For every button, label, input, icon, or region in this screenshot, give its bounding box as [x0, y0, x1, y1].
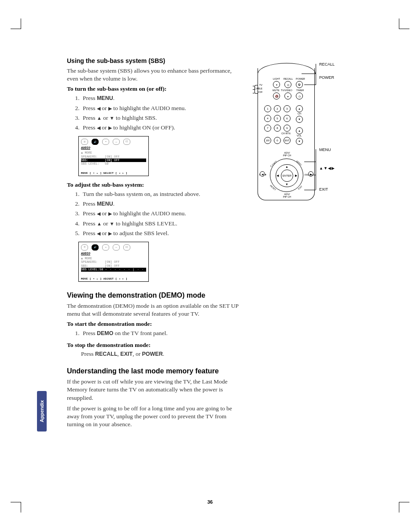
crop-mark: [399, 18, 409, 29]
lastmode-p1: If the power is cut off while you are vi…: [67, 378, 244, 402]
callout-power: POWER: [319, 75, 334, 80]
vol-up: ▲: [296, 127, 303, 134]
osd-tab-icon: ▭: [113, 139, 120, 145]
key-6: 6: [284, 115, 291, 122]
lastmode-p2: If the power is going to be off for a lo…: [67, 405, 244, 429]
heading-lastmode: Understanding the last mode memory featu…: [67, 367, 244, 375]
heading-demo: Viewing the demonstration (DEMO) mode: [67, 291, 244, 299]
osd-title: AUDIO: [81, 146, 146, 150]
label-reset: RESET: [269, 184, 277, 191]
sbs-intro: The sub-base system (SBS) allows you to …: [67, 67, 244, 83]
key-5: 5: [274, 115, 281, 122]
fav-prev: ◀: [260, 171, 265, 177]
vol-down: ▼: [296, 138, 303, 145]
osd-tab-icon: ☰: [81, 244, 88, 251]
osd-row: SPEAKERS:[ON] OFF: [81, 155, 146, 159]
osd-title: AUDIO: [81, 252, 146, 255]
osd-tab-icon: ☰: [81, 139, 88, 145]
ch-up: ▲: [296, 105, 303, 112]
osd-hint: MOVE [ ▾ ▴ ] SELECT [ ◂ ▸ ]: [81, 171, 146, 175]
procA-step2: Press ◀ or ▶ to highlight the AUDIO menu…: [81, 104, 244, 112]
key-0: 0: [274, 137, 281, 144]
osd-hint: MOVE [ ▾ ▴ ] ADJUST [ ◂ ▸ ]: [81, 277, 146, 280]
osd-row: SBS LEVEL:50: [81, 162, 146, 166]
light-button: ✦: [273, 81, 280, 88]
switch-vcr: VCR: [256, 91, 262, 94]
switch-cable: CABLE: [254, 88, 262, 90]
osd-more: ▲ MORE: [81, 257, 146, 260]
osd-box-1: ☰ 🔊 ⫟ ▭ CC AUDIO ▲ MORE SPEAKERS:[ON] OF…: [78, 136, 149, 176]
callout-menu: MENU: [319, 148, 331, 152]
osd-tab-audio-icon: 🔊: [92, 244, 99, 251]
demo-start-step1: Press DEMO on the TV front panel.: [81, 329, 244, 337]
label-light: LIGHT: [273, 78, 280, 81]
mute-button: 🔇: [273, 92, 280, 100]
procA-step1: Press MENU.: [81, 94, 244, 102]
procB-step4: Press ▲ or ▼ to highlight SBS LEVEL.: [81, 220, 244, 228]
page-number: 36: [0, 499, 420, 505]
label-timer: TIMER: [296, 89, 304, 92]
demo-stop-title: To stop the demonstration mode:: [67, 342, 244, 349]
callout-arrows: ▲▼◀▶: [319, 166, 335, 170]
label-chrtn: CH RTN: [281, 133, 291, 135]
procA-step4: Press ◀ or ▶ to highlight ON (or OFF).: [81, 124, 244, 132]
label-recall: RECALL: [284, 78, 293, 81]
osd-tab-audio-icon: 🔊: [92, 139, 99, 145]
fav-next: ▶: [308, 171, 313, 177]
label-menu: MENU: [296, 160, 302, 166]
osd-row-highlighted: SBS:[ON] OFF: [81, 159, 146, 162]
nav-pad: ENTER ▲ ▼ ◀ ▶ MENU EXIT C.CAPT RESET: [270, 159, 303, 192]
osd-tab-icon: ▭: [113, 244, 120, 251]
timer-button: ◷: [296, 92, 303, 100]
key-ent: ENT: [284, 137, 291, 144]
osd-row: SBS:[ON] OFF: [81, 264, 146, 268]
osd-tab-cc-icon: CC: [123, 139, 130, 145]
label-power: POWER: [296, 78, 305, 81]
procB-list: Turn the sub-bass system on, as instruct…: [81, 190, 244, 237]
ch-down: ▼: [296, 116, 303, 123]
label-advpip-top: ADV/ PIP CH: [278, 152, 296, 157]
callout-recall: RECALL: [319, 62, 335, 66]
recall-button: ◎: [284, 81, 291, 88]
demo-intro: The demonstration (DEMO) mode is an opti…: [67, 302, 244, 318]
key-9: 9: [284, 125, 291, 132]
osd-row: SPEAKERS:[ON] OFF: [81, 260, 146, 264]
side-tab-appendix: Appendix: [37, 391, 47, 431]
procA-title: To turn the sub-bass system on (or off):: [67, 85, 244, 92]
key-3: 3: [284, 105, 291, 112]
tvvideo-button: ▸: [284, 92, 291, 100]
key-7: 7: [264, 125, 271, 132]
label-advpip-bot: ADV/ PIP CH: [278, 193, 296, 198]
key-4: 4: [264, 115, 271, 122]
switch-tv: TV: [257, 84, 262, 87]
procB-step5: Press ◀ or ▶ to adjust the SBS level.: [81, 229, 244, 237]
callout-exit: EXIT: [319, 187, 328, 192]
demo-stop-press: Press RECALL, EXIT, or POWER.: [81, 350, 244, 358]
label-vol: VOL: [297, 135, 302, 137]
osd-tab-icon: ⫟: [102, 244, 109, 251]
demo-start-title: To start the demonstration mode:: [67, 321, 244, 328]
key-100: 100: [264, 137, 271, 144]
procB-step1: Turn the sub-bass system on, as instruct…: [81, 190, 244, 198]
procB-title: To adjust the sub-bass system:: [67, 181, 244, 188]
osd-box-2: ☰ 🔊 ⫟ ▭ CC AUDIO ▲ MORE SPEAKERS:[ON] OF…: [78, 242, 149, 282]
procA-step3: Press ▲ or ▼ to highlight SBS.: [81, 114, 244, 122]
label-mute: MUTE: [273, 89, 280, 92]
procA-list: Press MENU. Press ◀ or ▶ to highlight th…: [81, 94, 244, 132]
label-tvvideo: TV/VIDEO: [281, 89, 292, 92]
power-button: ⏻: [296, 81, 303, 88]
heading-sbs: Using the sub-bass system (SBS): [67, 57, 244, 64]
osd-row-highlighted: SBS LEVEL:50 – ∙ ∙ ∙ ∙ ∙ | ∙ ∙ ∙ ∙ ∙ +: [81, 268, 146, 271]
key-2: 2: [274, 105, 281, 112]
label-exit: EXIT: [297, 185, 302, 190]
key-8: 8: [274, 125, 281, 132]
crop-mark: [11, 18, 21, 29]
enter-button: ENTER: [281, 170, 293, 182]
label-ch: CH: [298, 113, 301, 115]
osd-more: ▲ MORE: [81, 151, 146, 155]
osd-tab-icon: ⫟: [102, 139, 109, 145]
label-ccapt: C.CAPT: [269, 160, 277, 167]
procB-step3: Press ◀ or ▶ to highlight the AUDIO menu…: [81, 210, 244, 218]
osd-tab-cc-icon: CC: [123, 244, 130, 251]
procB-step2: Press MENU.: [81, 200, 244, 208]
